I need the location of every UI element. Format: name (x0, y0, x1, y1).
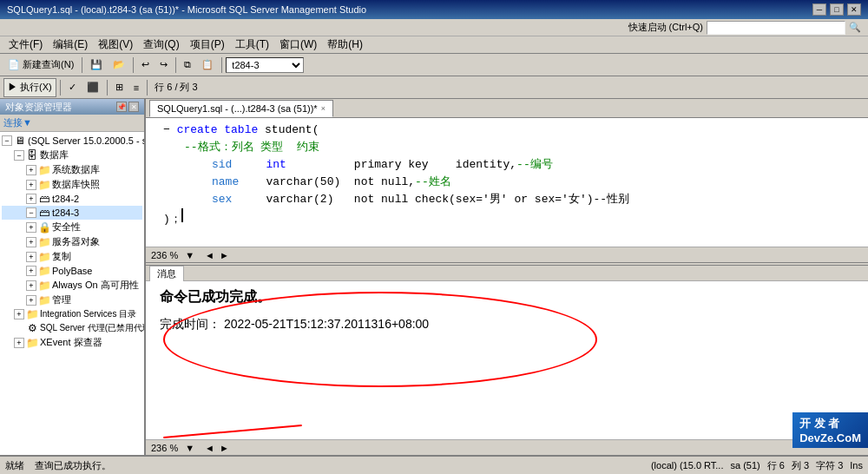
quick-search-input[interactable] (707, 21, 845, 35)
toolbar-sep-4 (221, 57, 222, 73)
results-tab-messages[interactable]: 消息 (149, 266, 184, 281)
tree-toggle-mgmt[interactable]: + (26, 295, 36, 306)
tree-node-databases[interactable]: − 🗄 数据库 (2, 148, 142, 162)
tree-toggle-t2843[interactable]: − (26, 207, 36, 218)
tree-toggle-polybase[interactable]: + (26, 266, 36, 276)
menu-window[interactable]: 窗口(W) (274, 36, 322, 53)
cursor (181, 208, 183, 222)
menu-view[interactable]: 视图(V) (93, 36, 138, 53)
copy-button[interactable]: ⧉ (180, 56, 195, 75)
menu-query[interactable]: 查询(Q) (138, 36, 184, 53)
ins-label: Ins (850, 460, 863, 471)
code-pk: primary key identity, (354, 156, 516, 174)
maximize-button[interactable]: □ (830, 3, 844, 16)
object-explorer-panel: 对象资源管理器 📌 ✕ 连接▼ − 🖥 (SQL Server 15.0.200… (0, 99, 146, 455)
tree-label-polybase: PolyBase (52, 266, 92, 276)
save-button[interactable]: 💾 (86, 56, 107, 75)
code-editor[interactable]: − create table student( --格式：列名 类型 约束 si… (146, 118, 868, 247)
zoom-bar-top: 236 % ▼ ◄ ► (146, 247, 868, 262)
scroll-left-icon[interactable]: ◄ (205, 250, 214, 260)
menu-help[interactable]: 帮助(H) (322, 36, 368, 53)
scroll-right-icon[interactable]: ► (220, 250, 229, 260)
menu-file[interactable]: 文件(F) (3, 36, 48, 53)
results-grid-button[interactable]: ⊞ (111, 78, 128, 97)
char-info: 字符 3 (816, 459, 843, 472)
watermark-line2: DevZe.CoM (799, 431, 861, 444)
tree-toggle-server[interactable]: − (2, 135, 12, 146)
tree-node-xevent[interactable]: + 📁 XEvent 探查器 (2, 335, 142, 350)
mgmt-icon: 📁 (38, 294, 50, 306)
success-message: 命令已成功完成。 (160, 288, 854, 306)
tab-close-button[interactable]: × (321, 104, 326, 113)
tree-node-is-catalog[interactable]: + 📁 Integration Services 目录 (2, 307, 142, 321)
scroll-left2-icon[interactable]: ◄ (205, 443, 214, 453)
tree-label-mgmt: 管理 (52, 293, 71, 306)
tree-node-t284-3[interactable]: − 🗃 t284-3 (2, 206, 142, 220)
tree-node-management[interactable]: + 📁 管理 (2, 293, 142, 307)
kw-table: table (224, 122, 265, 139)
status-right: (local) (15.0 RT... sa (51) 行 6 列 3 字符 3… (651, 459, 863, 472)
zoom-icon: ▼ (185, 250, 194, 260)
completion-time-line: 完成时间： 2022-05-21T15:12:37.2011316+08:00 (160, 317, 854, 332)
tree-toggle-xevent[interactable]: + (14, 338, 24, 348)
tree-node-replication[interactable]: + 📁 复制 (2, 249, 142, 264)
tree-toggle-t2842[interactable]: + (26, 194, 36, 204)
minimize-button[interactable]: ─ (812, 3, 826, 16)
tree-toggle-replication[interactable]: + (26, 252, 36, 262)
paste-button[interactable]: 📋 (197, 56, 218, 75)
menu-project[interactable]: 项目(P) (185, 36, 230, 53)
connect-button[interactable]: 连接▼ (3, 116, 32, 129)
code-int: int (266, 156, 286, 174)
stop-button[interactable]: ⬛ (82, 78, 103, 97)
tree-toggle-security[interactable]: + (26, 222, 36, 233)
tab-query1[interactable]: SQLQuery1.sql - (...).t284-3 (sa (51))* … (149, 100, 333, 117)
tree-toggle-iscatalog[interactable]: + (14, 309, 24, 319)
undo-button[interactable]: ↩ (137, 56, 154, 75)
editor-panel: SQLQuery1.sql - (...).t284-3 (sa (51))* … (146, 99, 868, 455)
panel-pin-button[interactable]: 📌 (116, 102, 127, 112)
tree-node-alwayson[interactable]: + 📁 Always On 高可用性 (2, 278, 142, 293)
serverobj-icon: 📁 (38, 236, 50, 248)
redo-button[interactable]: ↪ (155, 56, 172, 75)
open-button[interactable]: 📂 (108, 56, 129, 75)
tree-node-server-obj[interactable]: + 📁 服务器对象 (2, 234, 142, 249)
red-line-annotation (163, 425, 302, 438)
tree-node-agent[interactable]: ⚙ SQL Server 代理(已禁用代理 XP) (2, 321, 142, 335)
tree-area: − 🖥 (SQL Server 15.0.2000.5 - sa) − 🗄 数据… (0, 132, 144, 455)
menu-tools[interactable]: 工具(T) (230, 36, 274, 53)
parse-button[interactable]: ✓ (64, 78, 81, 97)
scroll-right2-icon[interactable]: ► (220, 443, 229, 453)
new-query-button[interactable]: 📄 新建查询(N) (3, 56, 78, 75)
panel-close-button[interactable]: ✕ (128, 102, 139, 112)
tree-node-sys-db[interactable]: + 📁 系统数据库 (2, 162, 142, 177)
polybase-icon: 📁 (38, 265, 50, 277)
toolbar-sep-6 (107, 80, 108, 95)
tree-node-t284-2[interactable]: + 🗃 t284-2 (2, 192, 142, 206)
tree-toggle-alwayson[interactable]: + (26, 280, 36, 291)
alwayson-icon: 📁 (38, 280, 50, 292)
tree-label-databases: 数据库 (40, 148, 69, 161)
code-comment-format: --格式：列名 类型 约束 (184, 139, 319, 156)
tree-toggle-serverobj[interactable]: + (26, 237, 36, 247)
completion-time-value: 2022-05-21T15:12:37.2011316+08:00 (224, 317, 429, 331)
menu-edit[interactable]: 编辑(E) (48, 36, 93, 53)
search-icon: 🔍 (849, 22, 861, 33)
close-button[interactable]: ✕ (847, 3, 861, 16)
tree-node-security[interactable]: + 🔒 安全性 (2, 220, 142, 234)
execute-button[interactable]: ▶ 执行(X) (3, 78, 56, 97)
tree-toggle-sysdb[interactable]: + (26, 165, 36, 175)
tree-label-t2843: t284-3 (52, 207, 79, 218)
database-select[interactable]: t284-3 (226, 57, 304, 73)
tree-node-snapshot[interactable]: + 📁 数据库快照 (2, 177, 142, 192)
tree-toggle-snapshot[interactable]: + (26, 180, 36, 190)
tree-toggle-db[interactable]: − (14, 150, 24, 161)
tree-node-polybase[interactable]: + 📁 PolyBase (2, 264, 142, 278)
row-info: 行 6 (767, 459, 785, 472)
sysdb-icon: 📁 (38, 164, 50, 176)
status-left: 就绪 查询已成功执行。 (5, 459, 111, 472)
results-text-button[interactable]: ≡ (129, 78, 143, 97)
server-icon: 🖥 (14, 135, 26, 147)
tree-node-server[interactable]: − 🖥 (SQL Server 15.0.2000.5 - sa) (2, 134, 142, 148)
tab-label-query1: SQLQuery1.sql - (...).t284-3 (sa (51))* (157, 103, 318, 114)
security-icon: 🔒 (38, 221, 50, 234)
